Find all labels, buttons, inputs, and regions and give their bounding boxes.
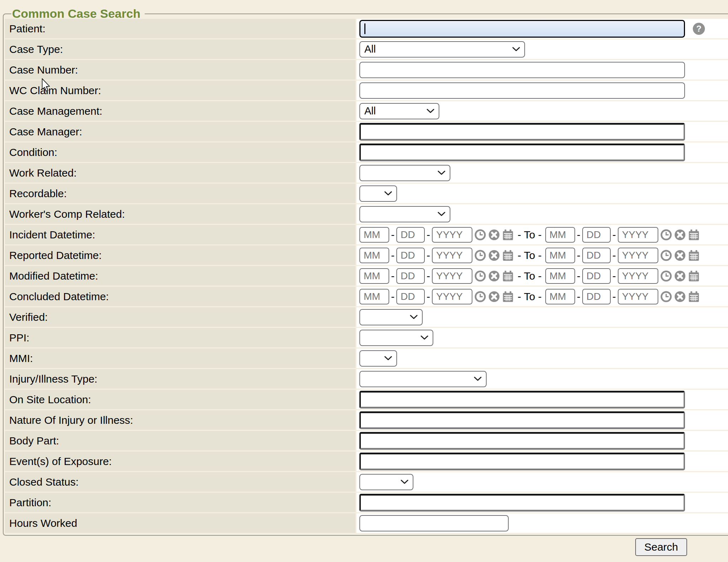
table-row: Modified Datetime: - - - To - - bbox=[5, 266, 728, 286]
calendar-icon[interactable] bbox=[502, 291, 514, 303]
year-input[interactable] bbox=[618, 227, 658, 243]
recordable-label: Recordable: bbox=[5, 184, 355, 203]
search-button[interactable]: Search bbox=[635, 538, 687, 556]
clock-icon[interactable] bbox=[660, 249, 672, 261]
date-separator: - bbox=[391, 229, 395, 241]
table-row: Partition: bbox=[5, 493, 728, 512]
calendar-icon[interactable] bbox=[502, 270, 514, 282]
month-input[interactable] bbox=[545, 248, 575, 263]
month-input[interactable] bbox=[359, 248, 389, 263]
clock-icon[interactable] bbox=[474, 270, 486, 282]
clock-icon[interactable] bbox=[474, 249, 486, 261]
workers-comp-related-label: Worker's Comp Related: bbox=[5, 204, 355, 224]
clear-icon[interactable] bbox=[674, 229, 686, 241]
calendar-icon[interactable] bbox=[688, 270, 700, 282]
mmi-select[interactable] bbox=[359, 350, 397, 367]
year-input[interactable] bbox=[618, 268, 658, 284]
page-title: Common Case Search bbox=[11, 7, 145, 20]
clock-icon[interactable] bbox=[474, 229, 486, 241]
clear-icon[interactable] bbox=[488, 270, 500, 282]
calendar-icon[interactable] bbox=[688, 229, 700, 241]
day-input[interactable] bbox=[396, 248, 425, 263]
hours-worked-label: Hours Worked bbox=[5, 513, 355, 533]
clear-icon[interactable] bbox=[674, 291, 686, 303]
ppi-select[interactable] bbox=[359, 330, 433, 346]
partition-label: Partition: bbox=[5, 493, 355, 512]
closed-status-select[interactable] bbox=[359, 474, 413, 490]
range-to-label: - To - bbox=[518, 291, 542, 303]
table-row: Case Type: All bbox=[5, 39, 728, 59]
month-input[interactable] bbox=[545, 268, 575, 284]
table-row: Case Number: bbox=[5, 60, 728, 80]
date-separator: - bbox=[577, 291, 580, 303]
clock-icon[interactable] bbox=[474, 291, 486, 303]
clear-icon[interactable] bbox=[488, 249, 500, 261]
date-separator: - bbox=[427, 229, 430, 241]
workers-comp-related-select[interactable] bbox=[359, 206, 450, 222]
events-of-exposure-input[interactable] bbox=[359, 453, 685, 470]
clock-icon[interactable] bbox=[660, 270, 672, 282]
year-input[interactable] bbox=[432, 289, 472, 304]
work-related-select[interactable] bbox=[359, 165, 450, 181]
reported-datetime-from-group: - - bbox=[359, 248, 514, 263]
on-site-location-input[interactable] bbox=[359, 391, 685, 409]
case-type-select[interactable]: All bbox=[359, 41, 525, 58]
chevron-down-icon bbox=[438, 171, 445, 175]
reported-datetime-label: Reported Datetime: bbox=[5, 245, 355, 265]
clear-icon[interactable] bbox=[488, 291, 500, 303]
day-input[interactable] bbox=[396, 289, 425, 304]
table-row: Injury/Illness Type: bbox=[5, 369, 728, 389]
year-input[interactable] bbox=[618, 289, 658, 304]
reported-datetime-to-group: - - bbox=[545, 248, 700, 263]
verified-label: Verified: bbox=[5, 307, 355, 327]
month-input[interactable] bbox=[359, 227, 389, 243]
month-input[interactable] bbox=[359, 268, 389, 284]
condition-input[interactable] bbox=[359, 144, 685, 161]
table-row: Hours Worked bbox=[5, 513, 728, 533]
injury-illness-type-select[interactable] bbox=[359, 371, 487, 387]
calendar-icon[interactable] bbox=[688, 249, 700, 261]
day-input[interactable] bbox=[582, 268, 611, 284]
recordable-select[interactable] bbox=[359, 185, 397, 202]
verified-select[interactable] bbox=[359, 309, 423, 325]
partition-input[interactable] bbox=[359, 494, 685, 512]
clock-icon[interactable] bbox=[660, 229, 672, 241]
calendar-icon[interactable] bbox=[502, 249, 514, 261]
clear-icon[interactable] bbox=[674, 270, 686, 282]
selected-value: All bbox=[364, 43, 376, 55]
date-separator: - bbox=[612, 270, 616, 282]
help-question-icon[interactable]: ? bbox=[693, 23, 705, 35]
nature-of-injury-label: Nature Of Injury or Illness: bbox=[5, 410, 355, 430]
concluded-datetime-label: Concluded Datetime: bbox=[5, 287, 355, 306]
day-input[interactable] bbox=[396, 268, 425, 284]
clock-icon[interactable] bbox=[660, 291, 672, 303]
hours-worked-input[interactable] bbox=[359, 515, 509, 531]
calendar-icon[interactable] bbox=[688, 291, 700, 303]
case-management-select[interactable]: All bbox=[359, 103, 439, 119]
case-number-input[interactable] bbox=[359, 62, 685, 78]
year-input[interactable] bbox=[618, 248, 658, 263]
patient-input[interactable] bbox=[359, 20, 685, 38]
month-input[interactable] bbox=[545, 289, 575, 304]
case-manager-label: Case Manager: bbox=[5, 122, 355, 141]
month-input[interactable] bbox=[359, 289, 389, 304]
month-input[interactable] bbox=[545, 227, 575, 243]
day-input[interactable] bbox=[582, 289, 611, 304]
nature-of-injury-input[interactable] bbox=[359, 411, 685, 429]
wc-claim-number-input[interactable] bbox=[359, 82, 685, 99]
table-row: Work Related: bbox=[5, 163, 728, 183]
calendar-icon[interactable] bbox=[502, 229, 514, 241]
case-management-label: Case Management: bbox=[5, 101, 355, 121]
day-input[interactable] bbox=[396, 227, 425, 243]
body-part-input[interactable] bbox=[359, 432, 685, 450]
year-input[interactable] bbox=[432, 248, 472, 263]
year-input[interactable] bbox=[432, 227, 472, 243]
case-manager-input[interactable] bbox=[359, 123, 685, 141]
clear-icon[interactable] bbox=[488, 229, 500, 241]
day-input[interactable] bbox=[582, 227, 611, 243]
modified-datetime-label: Modified Datetime: bbox=[5, 266, 355, 286]
year-input[interactable] bbox=[432, 268, 472, 284]
day-input[interactable] bbox=[582, 248, 611, 263]
case-number-label: Case Number: bbox=[5, 60, 355, 80]
clear-icon[interactable] bbox=[674, 249, 686, 261]
